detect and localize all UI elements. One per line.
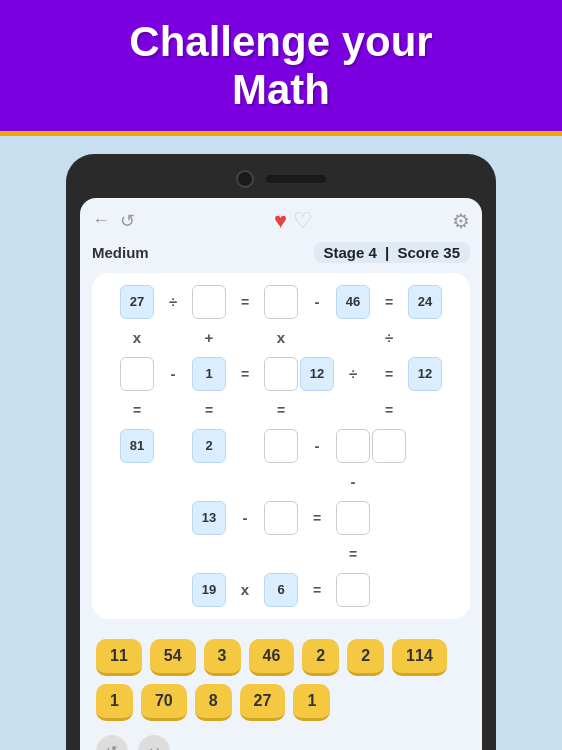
- cell-blank[interactable]: [120, 357, 154, 391]
- tablet-camera-row: [80, 170, 482, 188]
- cell: 12: [300, 357, 334, 391]
- cell: [264, 465, 298, 499]
- cell-blank[interactable]: [336, 501, 370, 535]
- cell: [120, 573, 154, 607]
- cell: =: [228, 285, 262, 319]
- cell: 6: [264, 573, 298, 607]
- cell: [156, 537, 190, 571]
- cell: [120, 501, 154, 535]
- tile-2b[interactable]: 2: [347, 639, 384, 676]
- cell: [408, 393, 442, 427]
- cell-blank[interactable]: [336, 573, 370, 607]
- cell-blank[interactable]: [264, 285, 298, 319]
- nav-left: ← ↺: [92, 210, 135, 232]
- gear-icon[interactable]: ⚙: [452, 209, 470, 233]
- tablet-speaker: [266, 175, 326, 183]
- cell: =: [372, 285, 406, 319]
- cell: 2: [192, 429, 226, 463]
- cell-blank[interactable]: [336, 429, 370, 463]
- stage-score: Stage 4 | Score 35: [314, 242, 470, 263]
- cell: x: [228, 573, 262, 607]
- back-button[interactable]: ←: [92, 210, 110, 231]
- cell: [372, 537, 406, 571]
- cell: 81: [120, 429, 154, 463]
- tile-46[interactable]: 46: [249, 639, 295, 676]
- cell: -: [300, 285, 334, 319]
- cell: 19: [192, 573, 226, 607]
- cell-blank[interactable]: [372, 429, 406, 463]
- cell: [408, 429, 442, 463]
- cell: x: [264, 321, 298, 355]
- header-title: Challenge your Math: [20, 18, 542, 115]
- cell: [408, 501, 442, 535]
- cell: -: [228, 501, 262, 535]
- cell: [192, 537, 226, 571]
- cell: 46: [336, 285, 370, 319]
- top-nav: ← ↺ ♥ ♡ ⚙: [92, 208, 470, 234]
- cell: =: [120, 393, 154, 427]
- cell: [120, 537, 154, 571]
- cell-blank[interactable]: [264, 501, 298, 535]
- cell: [156, 393, 190, 427]
- heart-full-icon: ♥: [274, 208, 287, 234]
- cell: [228, 465, 262, 499]
- cell: +: [192, 321, 226, 355]
- cell: 13: [192, 501, 226, 535]
- info-bar: Medium Stage 4 | Score 35: [92, 242, 470, 263]
- cell: [372, 501, 406, 535]
- cell: -: [300, 429, 334, 463]
- cell: [156, 465, 190, 499]
- cell: [156, 501, 190, 535]
- tablet-camera: [236, 170, 254, 188]
- back-step-button[interactable]: ↩: [138, 735, 170, 750]
- cell: [192, 465, 226, 499]
- cell: [156, 573, 190, 607]
- tile-3[interactable]: 3: [204, 639, 241, 676]
- cell-blank[interactable]: [264, 357, 298, 391]
- cell: [300, 393, 334, 427]
- tile-8[interactable]: 8: [195, 684, 232, 721]
- cell-blank[interactable]: [192, 285, 226, 319]
- cell: ÷: [156, 285, 190, 319]
- tile-114[interactable]: 114: [392, 639, 447, 676]
- cell: =: [336, 537, 370, 571]
- cell: [372, 465, 406, 499]
- cell-blank[interactable]: [264, 429, 298, 463]
- cell: [156, 429, 190, 463]
- cell: =: [300, 501, 334, 535]
- cell: 27: [120, 285, 154, 319]
- cell: [120, 465, 154, 499]
- tablet-frame: ← ↺ ♥ ♡ ⚙ Medium Stage 4 | Score 35 27: [66, 154, 496, 750]
- cell: =: [300, 573, 334, 607]
- cell: [372, 573, 406, 607]
- tile-54[interactable]: 54: [150, 639, 196, 676]
- tile-70[interactable]: 70: [141, 684, 187, 721]
- hearts: ♥ ♡: [274, 208, 313, 234]
- cell: [228, 537, 262, 571]
- answer-tiles: 11 54 3 46 2 2 114 1 70 8 27 1: [92, 631, 470, 729]
- cell: =: [372, 357, 406, 391]
- cell: [228, 429, 262, 463]
- tile-27[interactable]: 27: [240, 684, 286, 721]
- cell: [300, 537, 334, 571]
- cell: [336, 321, 370, 355]
- cell: =: [372, 393, 406, 427]
- header-banner: Challenge your Math: [0, 0, 562, 136]
- cell: 12: [408, 357, 442, 391]
- tile-2a[interactable]: 2: [302, 639, 339, 676]
- undo-button[interactable]: ↺: [96, 735, 128, 750]
- cell: [408, 465, 442, 499]
- tablet-screen: ← ↺ ♥ ♡ ⚙ Medium Stage 4 | Score 35 27: [80, 198, 482, 750]
- cell: [336, 393, 370, 427]
- cell: [264, 537, 298, 571]
- tile-11[interactable]: 11: [96, 639, 142, 676]
- cell: [300, 321, 334, 355]
- cell: [156, 321, 190, 355]
- cell: [408, 537, 442, 571]
- refresh-button[interactable]: ↺: [120, 210, 135, 232]
- tile-1b[interactable]: 1: [293, 684, 330, 721]
- tile-1a[interactable]: 1: [96, 684, 133, 721]
- cell: ÷: [372, 321, 406, 355]
- cell: [228, 393, 262, 427]
- difficulty-label: Medium: [92, 244, 149, 261]
